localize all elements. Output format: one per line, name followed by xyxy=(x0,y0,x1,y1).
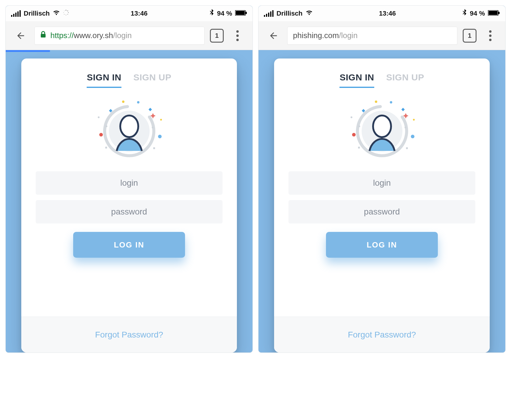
login-card: SIGN IN SIGN UP xyxy=(21,58,237,352)
svg-point-22 xyxy=(160,119,162,121)
phone-left: Drillisch 13:46 94 % xyxy=(5,5,253,353)
menu-button[interactable] xyxy=(229,27,246,44)
svg-point-16 xyxy=(158,135,162,138)
forgot-password-link[interactable]: Forgot Password? xyxy=(348,330,416,340)
card-footer: Forgot Password? xyxy=(21,316,237,352)
svg-point-5 xyxy=(64,14,64,15)
svg-point-41 xyxy=(358,125,360,127)
svg-point-3 xyxy=(67,14,68,15)
user-avatar-icon xyxy=(90,96,168,166)
login-button[interactable]: LOG IN xyxy=(73,232,185,258)
back-arrow-icon xyxy=(16,31,26,41)
page-load-progress xyxy=(6,50,50,52)
tabs-button[interactable]: 1 xyxy=(463,29,477,43)
menu-button[interactable] xyxy=(482,27,499,44)
clock: 13:46 xyxy=(69,10,209,17)
svg-point-37 xyxy=(375,100,377,103)
address-bar[interactable]: https://www.ory.sh/login xyxy=(34,27,205,45)
status-bar: Drillisch 13:46 94 % xyxy=(6,6,253,21)
carrier-label: Drillisch xyxy=(24,10,50,17)
tabs-count: 1 xyxy=(468,32,471,40)
svg-rect-43 xyxy=(358,147,360,148)
svg-point-1 xyxy=(67,10,68,11)
url-path: /login xyxy=(113,31,132,40)
svg-point-20 xyxy=(137,101,139,104)
svg-point-42 xyxy=(405,127,406,128)
wifi-icon xyxy=(53,10,60,17)
browser-toolbar: https://www.ory.sh/login 1 xyxy=(6,21,253,50)
svg-rect-26 xyxy=(153,147,155,149)
back-arrow-icon xyxy=(268,31,279,41)
svg-rect-44 xyxy=(406,147,408,149)
wifi-icon xyxy=(306,10,313,17)
password-input[interactable] xyxy=(36,200,223,224)
kebab-menu-icon xyxy=(489,30,492,41)
svg-point-23 xyxy=(106,125,107,127)
tab-signin[interactable]: SIGN IN xyxy=(339,72,374,88)
svg-point-0 xyxy=(65,10,66,10)
svg-point-38 xyxy=(390,101,392,104)
svg-point-2 xyxy=(68,12,69,13)
svg-rect-29 xyxy=(498,12,500,14)
url-text: https://www.ory.sh/login xyxy=(50,31,132,40)
login-button[interactable]: LOG IN xyxy=(326,232,438,258)
svg-rect-18 xyxy=(148,108,152,111)
svg-point-34 xyxy=(411,135,414,138)
svg-point-4 xyxy=(66,15,66,15)
viewport: SIGN IN SIGN UP xyxy=(6,50,253,352)
forgot-password-link[interactable]: Forgot Password? xyxy=(95,330,163,340)
svg-point-24 xyxy=(152,127,154,128)
svg-point-33 xyxy=(352,133,356,136)
svg-point-6 xyxy=(63,12,64,13)
card-footer: Forgot Password? xyxy=(274,316,490,352)
login-card: SIGN IN SIGN UP xyxy=(274,58,490,352)
url-text: phishing.com/login xyxy=(293,31,357,40)
bluetooth-icon xyxy=(462,9,467,18)
phone-right: Drillisch 13:46 94 % xyxy=(258,5,506,353)
svg-point-40 xyxy=(413,119,415,121)
svg-point-7 xyxy=(64,11,64,11)
browser-toolbar: phishing.com/login 1 xyxy=(258,21,505,50)
status-bar: Drillisch 13:46 94 % xyxy=(258,6,505,21)
battery-pct: 94 % xyxy=(217,10,232,17)
signal-bars-icon xyxy=(11,10,21,17)
svg-rect-36 xyxy=(401,108,405,111)
carrier-label: Drillisch xyxy=(276,10,303,17)
battery-pct: 94 % xyxy=(470,10,485,17)
bluetooth-icon xyxy=(209,9,214,18)
tab-signin[interactable]: SIGN IN xyxy=(87,72,121,88)
back-button[interactable] xyxy=(12,27,29,44)
back-button[interactable] xyxy=(265,27,282,44)
tab-signup[interactable]: SIGN UP xyxy=(386,72,424,88)
svg-rect-28 xyxy=(489,11,498,15)
user-avatar-icon xyxy=(343,96,421,166)
viewport: SIGN IN SIGN UP xyxy=(258,50,505,352)
battery-icon xyxy=(235,10,247,17)
url-path: /login xyxy=(339,31,357,40)
login-input[interactable] xyxy=(36,171,223,195)
svg-rect-10 xyxy=(246,12,247,14)
battery-icon xyxy=(488,10,500,17)
url-host: phishing.com xyxy=(293,31,339,40)
svg-point-21 xyxy=(98,116,100,118)
svg-point-39 xyxy=(351,116,352,118)
svg-rect-25 xyxy=(105,147,107,148)
comparison-stage: Drillisch 13:46 94 % xyxy=(0,0,511,353)
url-scheme: https:// xyxy=(50,31,74,40)
svg-rect-11 xyxy=(41,34,46,38)
signal-bars-icon xyxy=(264,10,273,17)
password-input[interactable] xyxy=(288,200,475,224)
address-bar[interactable]: phishing.com/login xyxy=(287,27,457,45)
clock: 13:46 xyxy=(313,10,462,17)
auth-tabs: SIGN IN SIGN UP xyxy=(87,72,171,88)
login-input[interactable] xyxy=(288,171,475,195)
tabs-button[interactable]: 1 xyxy=(210,29,224,43)
svg-point-15 xyxy=(99,133,103,136)
tab-signup[interactable]: SIGN UP xyxy=(133,72,172,88)
svg-point-19 xyxy=(122,100,124,103)
auth-tabs: SIGN IN SIGN UP xyxy=(339,72,424,88)
svg-rect-9 xyxy=(236,11,245,15)
tabs-count: 1 xyxy=(215,32,219,40)
url-host: www.ory.sh xyxy=(74,31,113,40)
loading-spinner-icon xyxy=(63,10,69,17)
